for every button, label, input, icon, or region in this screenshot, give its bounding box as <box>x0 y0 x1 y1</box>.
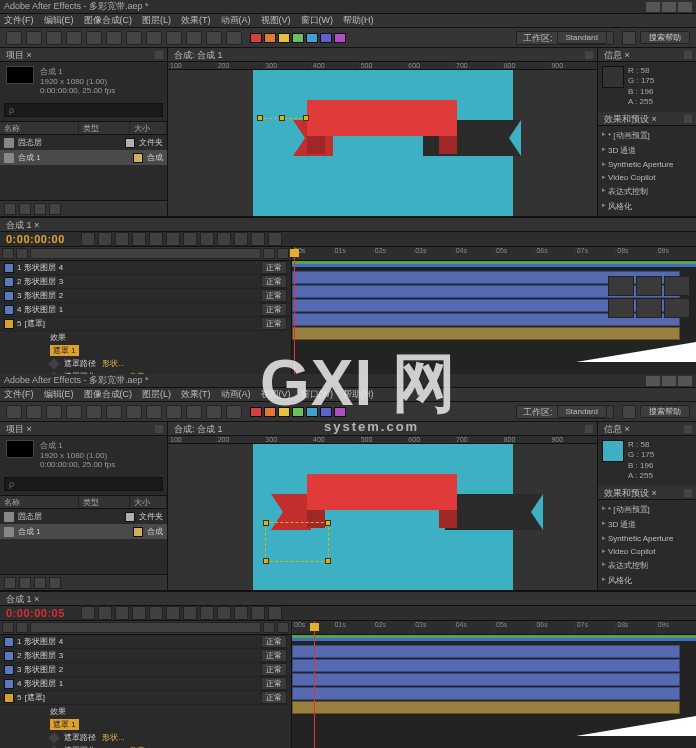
col-name[interactable]: 名称 <box>0 496 79 508</box>
col-av[interactable] <box>2 622 14 633</box>
time-ruler[interactable]: 00s01s 02s03s 04s05s 06s07s 08s09s <box>292 621 696 635</box>
layer-bar[interactable] <box>292 687 680 700</box>
tl-tool-icon[interactable] <box>234 232 248 246</box>
menu-effect[interactable]: 效果(T) <box>181 14 211 27</box>
tl-tool-icon[interactable] <box>132 606 146 620</box>
tl-tool-icon[interactable] <box>98 606 112 620</box>
menu-edit[interactable]: 编辑(E) <box>44 388 74 401</box>
effects-tab[interactable]: 效果和预设 × <box>598 112 696 126</box>
keyframe-toggle[interactable] <box>48 358 59 369</box>
tl-tool-icon[interactable] <box>268 232 282 246</box>
bpc-button[interactable] <box>4 203 16 215</box>
col-mode[interactable] <box>263 622 275 633</box>
menu-anim[interactable]: 动画(A) <box>221 388 251 401</box>
eraser-tool-icon[interactable] <box>206 31 222 45</box>
pen-tool-icon[interactable] <box>126 31 142 45</box>
col-size[interactable]: 大小 <box>130 496 167 508</box>
layer-row[interactable]: 3形状图层 2正常 <box>0 663 291 677</box>
layer-mode[interactable]: 正常 <box>261 317 287 330</box>
tl-tool-icon[interactable] <box>149 606 163 620</box>
layer-mode[interactable]: 正常 <box>261 289 287 302</box>
col-trkmat[interactable] <box>277 248 289 259</box>
prop-row[interactable]: 遮罩路径形状... <box>0 357 291 370</box>
search-help-icon[interactable] <box>622 405 636 419</box>
preview-cell[interactable] <box>608 298 634 318</box>
search-help-field[interactable]: 搜索帮助 <box>640 31 690 44</box>
layer-bar[interactable] <box>292 327 680 340</box>
timecode[interactable]: 0:00:00:05 <box>6 607 65 619</box>
timecode[interactable]: 0:00:00:00 <box>6 233 65 245</box>
col-type[interactable]: 类型 <box>79 496 130 508</box>
layer-mode[interactable]: 正常 <box>261 677 287 690</box>
selection-handle[interactable] <box>325 520 331 526</box>
label-yellow[interactable] <box>278 407 290 417</box>
zoom-tool-icon[interactable] <box>46 405 62 419</box>
close-button[interactable] <box>678 2 692 12</box>
project-tab[interactable]: 项目 × <box>0 48 167 62</box>
layer-row[interactable]: 1形状图层 4正常 <box>0 261 291 275</box>
info-tab[interactable]: 信息 × <box>598 422 696 436</box>
puppet-tool-icon[interactable] <box>226 31 242 45</box>
layer-mode[interactable]: 正常 <box>261 303 287 316</box>
preset-item[interactable]: 表达式控制 <box>602 558 692 573</box>
max-button[interactable] <box>662 376 676 386</box>
col-av[interactable] <box>2 248 14 259</box>
label-green[interactable] <box>292 407 304 417</box>
selection-handle[interactable] <box>263 558 269 564</box>
label-cyan[interactable] <box>306 407 318 417</box>
label-orange[interactable] <box>264 407 276 417</box>
preset-item[interactable]: Synthetic Aperture <box>602 158 692 171</box>
tl-tool-icon[interactable] <box>81 606 95 620</box>
selection-box[interactable] <box>265 522 329 562</box>
max-button[interactable] <box>662 2 676 12</box>
prop-group[interactable]: 效果 <box>0 705 291 718</box>
playhead[interactable] <box>294 247 295 374</box>
tl-tool-icon[interactable] <box>200 232 214 246</box>
col-mode[interactable] <box>263 248 275 259</box>
label-yellow[interactable] <box>278 33 290 43</box>
min-button[interactable] <box>646 2 660 12</box>
new-comp-button[interactable] <box>34 577 46 589</box>
preset-item[interactable]: Video Copilot <box>602 545 692 558</box>
preset-item[interactable]: 3D 通道 <box>602 517 692 532</box>
preset-item[interactable]: * [动画预置] <box>602 502 692 517</box>
selection-tool-icon[interactable] <box>6 405 22 419</box>
menu-window[interactable]: 窗口(W) <box>301 14 334 27</box>
shape-tool-icon[interactable] <box>106 405 122 419</box>
tl-tool-icon[interactable] <box>217 232 231 246</box>
tl-tool-icon[interactable] <box>217 606 231 620</box>
preset-item[interactable]: Synthetic Aperture <box>602 532 692 545</box>
layer-row[interactable]: 5[遮罩]正常 <box>0 691 291 705</box>
selection-handle[interactable] <box>263 520 269 526</box>
brush-tool-icon[interactable] <box>166 31 182 45</box>
zoom-tool-icon[interactable] <box>46 31 62 45</box>
tl-tool-icon[interactable] <box>234 606 248 620</box>
tl-tool-icon[interactable] <box>115 232 129 246</box>
playhead[interactable] <box>314 621 315 748</box>
layer-mode[interactable]: 正常 <box>261 691 287 704</box>
mask-vertex[interactable] <box>257 115 263 121</box>
layer-mode[interactable]: 正常 <box>261 663 287 676</box>
project-row-folder[interactable]: 固态层文件夹 <box>0 509 167 524</box>
layer-mode[interactable]: 正常 <box>261 275 287 288</box>
tl-tool-icon[interactable] <box>268 606 282 620</box>
rotate-tool-icon[interactable] <box>66 31 82 45</box>
comp-viewport[interactable] <box>168 70 597 216</box>
label-blue[interactable] <box>320 33 332 43</box>
menu-view[interactable]: 视图(V) <box>261 14 291 27</box>
preset-item[interactable]: * [动画预置] <box>602 128 692 143</box>
clone-tool-icon[interactable] <box>186 31 202 45</box>
label-orange[interactable] <box>264 33 276 43</box>
layer-row[interactable]: 5[遮罩]正常 <box>0 317 291 331</box>
layer-row[interactable]: 2形状图层 3正常 <box>0 275 291 289</box>
prop-mask-header[interactable]: 遮罩 1 <box>0 718 291 731</box>
project-row-comp[interactable]: 合成 1 合成 <box>0 150 167 165</box>
tl-tool-icon[interactable] <box>166 606 180 620</box>
tl-tool-icon[interactable] <box>251 606 265 620</box>
search-help-field[interactable]: 搜索帮助 <box>640 405 690 418</box>
layer-mode[interactable]: 正常 <box>261 635 287 648</box>
col-type[interactable]: 类型 <box>79 122 130 134</box>
prop-row[interactable]: 遮罩羽化0.0,0.0 像素 <box>0 744 291 748</box>
mask-vertex[interactable] <box>279 115 285 121</box>
new-folder-button[interactable] <box>19 577 31 589</box>
